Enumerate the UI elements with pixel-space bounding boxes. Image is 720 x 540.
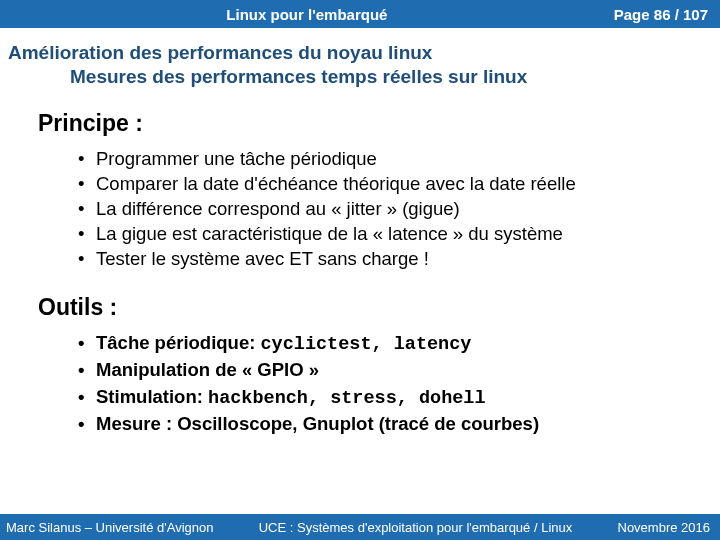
list-item: La gigue est caractéristique de la « lat… [78, 222, 710, 247]
sub-heading: Mesures des performances temps réelles s… [0, 66, 720, 98]
slide-title: Linux pour l'embarqué [0, 6, 614, 23]
footer-author: Marc Silanus – Université d'Avignon [0, 520, 223, 535]
list-item: Stimulation: hackbench, stress, dohell [78, 385, 710, 412]
list-item: Tâche périodique: cyclictest, latency [78, 331, 710, 358]
list-item: Mesure : Oscilloscope, Gnuplot (tracé de… [78, 412, 710, 439]
footer-date: Novembre 2016 [608, 520, 721, 535]
page-indicator: Page 86 / 107 [614, 6, 708, 23]
main-heading: Amélioration des performances du noyau l… [0, 28, 720, 66]
footer-course: UCE : Systèmes d'exploitation pour l'emb… [223, 520, 607, 535]
footer-bar: Marc Silanus – Université d'Avignon UCE … [0, 514, 720, 540]
list-item: Programmer une tâche périodique [78, 147, 710, 172]
outils-list: Tâche périodique: cyclictest, latency Ma… [0, 327, 720, 449]
section-outils-title: Outils : [0, 282, 720, 327]
list-item: Comparer la date d'échéance théorique av… [78, 172, 710, 197]
list-item: La différence correspond au « jitter » (… [78, 197, 710, 222]
top-bar: Linux pour l'embarqué Page 86 / 107 [0, 0, 720, 28]
section-principe-title: Principe : [0, 98, 720, 143]
list-item: Manipulation de « GPIO » [78, 358, 710, 385]
list-item: Tester le système avec ET sans charge ! [78, 247, 710, 272]
principe-list: Programmer une tâche périodique Comparer… [0, 143, 720, 282]
